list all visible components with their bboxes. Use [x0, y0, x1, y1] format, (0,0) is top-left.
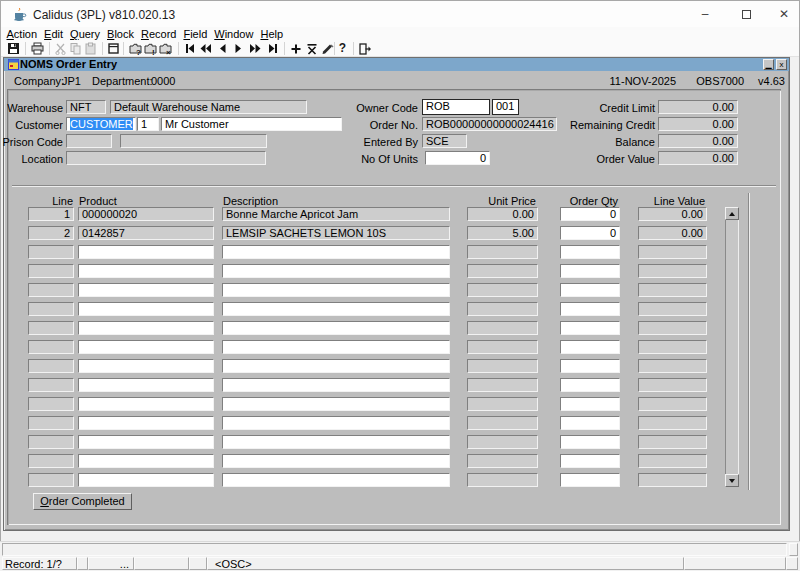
menu-action[interactable]: Action: [3, 27, 41, 41]
cell-product[interactable]: [78, 435, 214, 449]
cell-product[interactable]: [78, 397, 214, 411]
menu-help[interactable]: Help: [257, 27, 287, 41]
no-of-units-field[interactable]: 0: [425, 151, 490, 165]
previous-block-icon[interactable]: [197, 41, 214, 56]
cell-description[interactable]: [222, 397, 450, 411]
cell-description[interactable]: [222, 340, 450, 354]
cell-product[interactable]: [78, 416, 214, 430]
menu-window[interactable]: Window: [211, 27, 257, 41]
cell-line: [28, 245, 74, 259]
previous-record-icon[interactable]: [213, 41, 230, 56]
maximize-button[interactable]: [729, 1, 763, 27]
cell-description[interactable]: [222, 302, 450, 316]
customer-name-field[interactable]: Mr Customer: [161, 117, 342, 131]
window-title: Calidus (3PL) v810.020.13: [33, 8, 175, 22]
cell-order_qty[interactable]: [560, 245, 620, 259]
exit-icon[interactable]: [356, 41, 373, 56]
menu-query[interactable]: Query: [67, 27, 104, 41]
cell-description[interactable]: [222, 378, 450, 392]
menu-record[interactable]: Record: [137, 27, 179, 41]
cell-order_qty[interactable]: 0: [560, 207, 620, 221]
cell-description[interactable]: [222, 264, 450, 278]
customer-code-field[interactable]: CUSTOMER: [66, 117, 136, 131]
menu-edit[interactable]: Edit: [41, 27, 67, 41]
cell-unit_price: 5.00: [467, 226, 538, 240]
help-icon[interactable]: ?: [334, 41, 351, 56]
cell-order_qty[interactable]: [560, 264, 620, 278]
minimize-button[interactable]: –: [688, 1, 722, 27]
credit-limit-label: Credit Limit: [560, 103, 655, 114]
cell-order_qty[interactable]: [560, 359, 620, 373]
cell-order_qty[interactable]: 0: [560, 226, 620, 240]
cell-product[interactable]: [78, 245, 214, 259]
cell-unit_price: [467, 321, 538, 335]
cell-order_qty[interactable]: [560, 397, 620, 411]
cell-description[interactable]: [222, 283, 450, 297]
owner-suffix-field[interactable]: 001: [492, 99, 519, 115]
remove-record-icon[interactable]: [303, 41, 320, 56]
menu-block[interactable]: Block: [104, 27, 138, 41]
last-record-icon[interactable]: [264, 41, 281, 56]
cell-product[interactable]: [78, 473, 214, 487]
customer-seq-field[interactable]: 1: [137, 117, 159, 131]
cell-order_qty[interactable]: [560, 340, 620, 354]
cell-description[interactable]: [222, 473, 450, 487]
cell-line_value: 0.00: [638, 207, 707, 221]
editor-icon[interactable]: [105, 41, 122, 56]
paste-icon[interactable]: [82, 41, 99, 56]
menu-field[interactable]: Field: [180, 27, 211, 41]
next-block-icon[interactable]: [247, 41, 264, 56]
cell-order_qty[interactable]: [560, 435, 620, 449]
cell-order_qty[interactable]: [560, 302, 620, 316]
cell-product[interactable]: [78, 302, 214, 316]
cell-product[interactable]: [78, 378, 214, 392]
svg-text:×: ×: [166, 48, 171, 56]
cell-line: [28, 302, 74, 316]
no-of-units-label: No Of Units: [330, 154, 418, 165]
insert-record-icon[interactable]: [287, 41, 304, 56]
status-cell-5: [189, 557, 207, 570]
table-scrollbar[interactable]: [725, 207, 739, 487]
cell-description[interactable]: [222, 416, 450, 430]
cell-line_value: [638, 473, 707, 487]
cell-line: [28, 454, 74, 468]
order-no-label: Order No.: [330, 120, 418, 131]
cell-line: [28, 378, 74, 392]
cell-line_value: [638, 454, 707, 468]
cell-description[interactable]: [222, 454, 450, 468]
cell-line: [28, 416, 74, 430]
owner-code-field[interactable]: ROB: [422, 99, 490, 115]
cell-order_qty[interactable]: [560, 454, 620, 468]
prison-code-field: [66, 134, 112, 148]
scroll-up-icon[interactable]: [725, 207, 739, 220]
cell-description[interactable]: [222, 435, 450, 449]
cell-description[interactable]: [222, 359, 450, 373]
next-record-icon[interactable]: [230, 41, 247, 56]
cell-description[interactable]: [222, 245, 450, 259]
print-icon[interactable]: [29, 41, 46, 56]
cell-description: LEMSIP SACHETS LEMON 10S: [222, 226, 450, 240]
cell-description[interactable]: [222, 321, 450, 335]
form-minimize-button[interactable]: ▁: [763, 59, 774, 70]
order-completed-button[interactable]: Order Completed: [33, 493, 132, 510]
cell-product[interactable]: [78, 359, 214, 373]
cell-order_qty[interactable]: [560, 473, 620, 487]
customer-label: Customer: [0, 120, 63, 131]
cell-product[interactable]: [78, 264, 214, 278]
close-button[interactable]: ✕: [767, 1, 800, 27]
cell-product[interactable]: [78, 283, 214, 297]
cell-product[interactable]: [78, 321, 214, 335]
form-icon: [8, 59, 19, 70]
cell-product[interactable]: [78, 340, 214, 354]
save-icon[interactable]: [5, 41, 22, 56]
cell-product[interactable]: [78, 454, 214, 468]
cancel-query-icon[interactable]: ×: [157, 41, 174, 56]
scroll-down-icon[interactable]: [725, 474, 739, 487]
cell-order_qty[interactable]: [560, 416, 620, 430]
form-close-button[interactable]: x: [776, 59, 787, 70]
cell-order_qty[interactable]: [560, 321, 620, 335]
form-titlebar[interactable]: NOMS Order Entry ▁ x: [4, 58, 789, 71]
first-record-icon[interactable]: [181, 41, 198, 56]
cell-order_qty[interactable]: [560, 378, 620, 392]
cell-order_qty[interactable]: [560, 283, 620, 297]
